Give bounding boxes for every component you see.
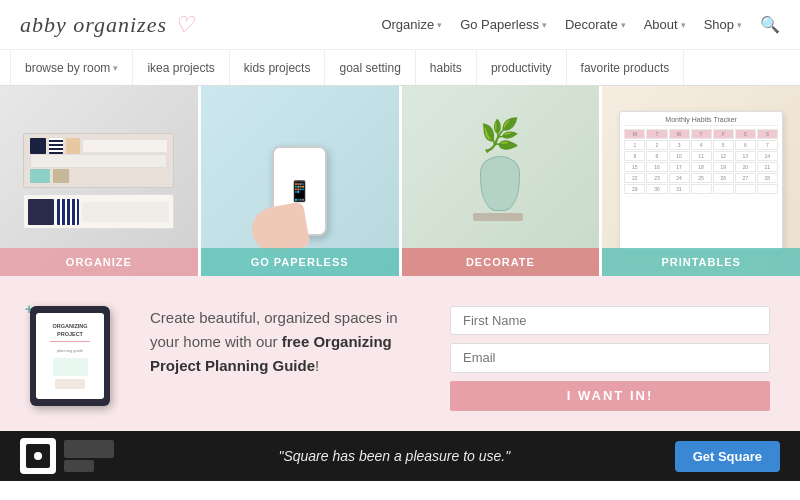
nav-go-paperless[interactable]: Go Paperless ▾: [460, 17, 547, 32]
chevron-down-icon: ▾: [621, 20, 626, 30]
sec-nav-favorite-products[interactable]: favorite products: [567, 50, 685, 85]
sec-nav-goal-label: goal setting: [339, 61, 400, 75]
promo-text: Create beautiful, organized spaces inyou…: [150, 296, 420, 411]
nav-about-label: About: [644, 17, 678, 32]
nav-decorate-label: Decorate: [565, 17, 618, 32]
search-icon[interactable]: 🔍: [760, 15, 780, 34]
sec-nav-favorite-label: favorite products: [581, 61, 670, 75]
ad-logo: [20, 438, 114, 474]
square-logo-box: [20, 438, 56, 474]
grid-label-paperless: GO PAPERLESS: [201, 248, 399, 276]
grid-item-organize[interactable]: ORGANIZE: [0, 86, 201, 276]
ad-monitor-icon: [64, 440, 114, 458]
grid-label-printables: PRINTABLES: [602, 248, 800, 276]
signup-form: I WANT IN!: [450, 296, 770, 411]
ad-devices: [64, 440, 114, 472]
nav-go-paperless-label: Go Paperless: [460, 17, 539, 32]
tablet-title: ORGANIZING PROJECT: [42, 323, 98, 337]
square-logo-inner: [26, 444, 50, 468]
header: abby organizes ♡ Organize ▾ Go Paperless…: [0, 0, 800, 50]
chevron-down-icon: ▾: [681, 20, 686, 30]
chevron-down-icon: ▾: [113, 63, 118, 73]
sec-nav-kids-label: kids projects: [244, 61, 311, 75]
square-dot: [34, 452, 42, 460]
ad-banner: "Square has been a pleasure to use." Get…: [0, 431, 800, 481]
sec-nav-browse-label: browse by room: [25, 61, 110, 75]
ad-quote: "Square has been a pleasure to use.": [278, 448, 510, 464]
sec-nav-browse-by-room[interactable]: browse by room ▾: [10, 50, 133, 85]
logo[interactable]: abby organizes ♡: [20, 12, 195, 38]
sec-nav-ikea[interactable]: ikea projects: [133, 50, 229, 85]
nav-shop-label: Shop: [704, 17, 734, 32]
sec-nav-kids[interactable]: kids projects: [230, 50, 326, 85]
sec-nav-productivity[interactable]: productivity: [477, 50, 567, 85]
secondary-nav: browse by room ▾ ikea projects kids proj…: [0, 50, 800, 86]
nav-decorate[interactable]: Decorate ▾: [565, 17, 626, 32]
tablet-image-wrap: + ORGANIZING PROJECT planning guide: [30, 296, 120, 411]
grid-label-decorate: DECORATE: [402, 248, 600, 276]
sec-nav-habits[interactable]: habits: [416, 50, 477, 85]
sec-nav-productivity-label: productivity: [491, 61, 552, 75]
first-name-input[interactable]: [450, 306, 770, 335]
calendar-header: Monthly Habits Tracker: [624, 116, 778, 126]
ad-cta-button[interactable]: Get Square: [675, 441, 780, 472]
submit-button[interactable]: I WANT IN!: [450, 381, 770, 411]
grid-item-paperless[interactable]: 📱 GO PAPERLESS: [201, 86, 402, 276]
email-input[interactable]: [450, 343, 770, 372]
grid-item-printables[interactable]: Monthly Habits Tracker M T W T F S S 123…: [602, 86, 800, 276]
chevron-down-icon: ▾: [437, 20, 442, 30]
promo-section: + ORGANIZING PROJECT planning guide Crea…: [0, 276, 800, 431]
nav-shop[interactable]: Shop ▾: [704, 17, 742, 32]
nav-organize-label: Organize: [381, 17, 434, 32]
nav-organize[interactable]: Organize ▾: [381, 17, 442, 32]
tablet-image: ORGANIZING PROJECT planning guide: [30, 306, 110, 406]
grid-label-organize: ORGANIZE: [0, 248, 198, 276]
sec-nav-ikea-label: ikea projects: [147, 61, 214, 75]
main-nav: Organize ▾ Go Paperless ▾ Decorate ▾ Abo…: [381, 15, 780, 34]
chevron-down-icon: ▾: [542, 20, 547, 30]
image-grid: ORGANIZE 📱 GO PAPERLESS 🌿 DECORATE: [0, 86, 800, 276]
chevron-down-icon: ▾: [737, 20, 742, 30]
ad-tablet-icon: [64, 460, 94, 472]
grid-item-decorate[interactable]: 🌿 DECORATE: [402, 86, 603, 276]
tablet-subtitle: planning guide: [57, 348, 83, 353]
nav-about[interactable]: About ▾: [644, 17, 686, 32]
sec-nav-goal[interactable]: goal setting: [325, 50, 415, 85]
tablet-divider: [50, 341, 90, 342]
sec-nav-habits-label: habits: [430, 61, 462, 75]
